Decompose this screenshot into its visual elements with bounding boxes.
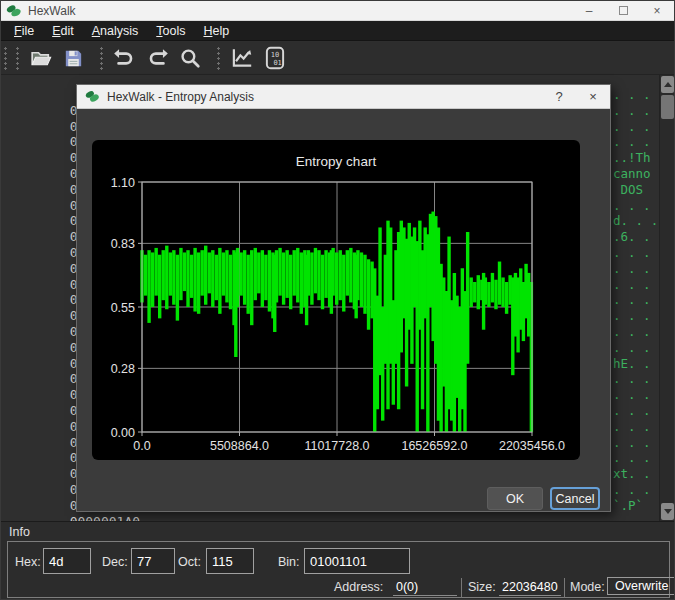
chart-title: Entropy chart [296, 154, 377, 169]
svg-text:0.83: 0.83 [111, 237, 135, 251]
binary-icon: 10 01 [262, 45, 288, 71]
ascii-preview: . . . . [613, 134, 661, 150]
binary-view-button[interactable]: 10 01 [261, 45, 288, 72]
ok-button[interactable]: OK [487, 487, 543, 510]
open-file-button[interactable] [27, 45, 54, 72]
toolbar-grip-handle[interactable] [15, 46, 20, 70]
redo-icon [145, 46, 170, 71]
undo-button[interactable] [111, 45, 138, 72]
size-label: Size: [468, 580, 496, 594]
close-button[interactable]: × [640, 1, 674, 20]
bin-field[interactable] [304, 548, 410, 574]
ascii-preview: . . . . [613, 261, 661, 277]
dialog-titlebar[interactable]: HexWalk - Entropy Analysis ? × [77, 85, 610, 109]
window-title: HexWalk [28, 4, 76, 18]
dialog-logo-icon [85, 89, 100, 104]
entropy-analysis-dialog: HexWalk - Entropy Analysis ? × Entropy c… [76, 84, 611, 512]
ascii-preview: . . . . [613, 419, 661, 435]
mode-value: Overwrite [607, 577, 675, 595]
ascii-preview: . . . . [613, 103, 661, 119]
ascii-preview: canno [613, 166, 651, 182]
dec-field[interactable] [131, 548, 175, 574]
menu-tools[interactable]: Tools [147, 22, 194, 40]
cancel-button[interactable]: Cancel [550, 487, 600, 510]
dialog-title: HexWalk - Entropy Analysis [107, 90, 254, 104]
entropy-chart-button[interactable] [228, 45, 255, 72]
menu-analysis[interactable]: Analysis [83, 22, 148, 40]
vertical-scrollbar[interactable] [659, 75, 674, 521]
ascii-preview: . . . . [613, 308, 661, 324]
ascii-preview: . . . . [613, 87, 661, 103]
ascii-preview: . . . . [613, 198, 661, 214]
ascii-preview: . . . . [613, 292, 661, 308]
app-window: HexWalk – × File Edit Analysis Tools Hel… [0, 0, 675, 600]
ascii-preview: . . . . [613, 450, 661, 466]
undo-icon [112, 46, 137, 71]
svg-text:22035456.0: 22035456.0 [499, 439, 565, 453]
scroll-down-button[interactable] [661, 503, 674, 520]
hex-row-last[interactable]: 0000001B02F 64 61 74 61 00 00 00 F0 79 0… [7, 513, 660, 521]
info-panel: Info Hex: Dec: Oct: Bin: Address: 0(0) S… [1, 521, 675, 600]
menu-help[interactable]: Help [194, 22, 238, 40]
toolbar-grip-handle[interactable] [3, 46, 8, 70]
ascii-preview: . . . . [613, 245, 661, 261]
oct-field[interactable] [206, 548, 254, 574]
open-file-icon [28, 46, 53, 71]
ascii-preview: . . . . [613, 340, 661, 356]
ascii-preview: . . . . [613, 277, 661, 293]
menubar: File Edit Analysis Tools Help [1, 21, 674, 41]
svg-text:0.00: 0.00 [111, 426, 135, 440]
svg-text:11017728.0: 11017728.0 [304, 439, 369, 453]
size-value: 22036480 [499, 580, 561, 596]
status-separator [461, 578, 462, 598]
ascii-preview: `.P` [613, 498, 643, 514]
svg-text:5508864.0: 5508864.0 [210, 439, 269, 453]
dialog-close-button[interactable]: × [576, 85, 610, 109]
scrollbar-thumb[interactable] [661, 95, 674, 119]
redo-button[interactable] [144, 45, 171, 72]
status-bar: Address: 0(0) Size: 22036480 Mode: Overw… [1, 580, 675, 598]
ascii-preview: ..!Th [613, 150, 651, 166]
bin-field-label: Bin: [278, 555, 300, 569]
hex-field-label: Hex: [15, 555, 41, 569]
ascii-preview: . . . . [613, 387, 661, 403]
info-panel-title: Info [9, 525, 30, 539]
entropy-chart: Entropy chart 0.000.280.550.831.100.0550… [92, 140, 580, 460]
status-separator [564, 578, 565, 598]
minimize-button[interactable]: – [572, 1, 606, 20]
scroll-up-button[interactable] [661, 76, 674, 93]
toolbar-grip-handle[interactable] [216, 46, 221, 70]
maximize-button[interactable] [606, 1, 640, 20]
dialog-help-button[interactable]: ? [542, 85, 576, 109]
svg-text:0.55: 0.55 [111, 301, 135, 315]
ascii-preview: .6. . [613, 229, 651, 245]
chart-icon [229, 45, 255, 71]
save-icon [62, 47, 85, 70]
titlebar: HexWalk – × [1, 1, 674, 21]
svg-text:01: 01 [273, 58, 281, 67]
app-logo-icon [6, 3, 22, 19]
toolbar-grip-handle[interactable] [99, 46, 104, 70]
address-value: 0(0) [393, 580, 457, 596]
menu-edit[interactable]: Edit [43, 22, 83, 40]
scroll-up-icon [664, 82, 672, 87]
ascii-preview: DOS [613, 182, 651, 198]
dec-field-label: Dec: [102, 555, 128, 569]
search-icon [178, 46, 203, 71]
svg-text:0.28: 0.28 [111, 362, 135, 376]
ascii-preview: d. . . [613, 213, 658, 229]
ascii-preview: . . . . [613, 119, 661, 135]
hex-field[interactable] [43, 548, 91, 574]
menu-file[interactable]: File [5, 22, 43, 40]
save-button[interactable] [60, 45, 87, 72]
svg-text:1.10: 1.10 [111, 176, 135, 190]
scroll-down-icon [664, 509, 672, 514]
toolbar: 10 01 [1, 42, 674, 75]
ascii-preview: . . . . [613, 371, 661, 387]
ascii-preview: . . . . [613, 403, 661, 419]
search-button[interactable] [177, 45, 204, 72]
ascii-preview: hE. . [613, 356, 651, 372]
ascii-preview: . . . . [613, 435, 661, 451]
oct-field-label: Oct: [178, 555, 201, 569]
maximize-icon [619, 6, 628, 15]
